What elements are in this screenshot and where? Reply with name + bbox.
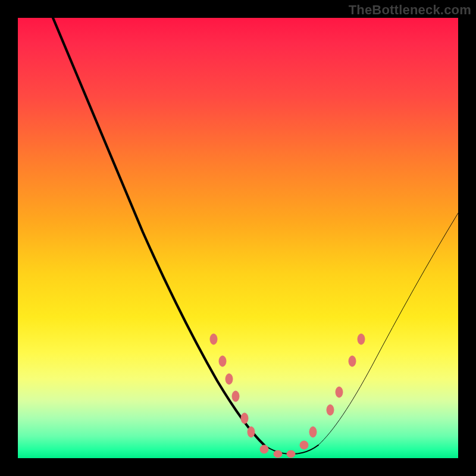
curve-svg [18, 18, 458, 458]
marker-dot [309, 427, 317, 437]
marker-dot [358, 334, 365, 345]
marker-dot [349, 356, 356, 367]
marker-dot [226, 374, 233, 384]
marker-dot [241, 413, 248, 424]
marker-dot [219, 356, 226, 367]
marker-dot [260, 445, 268, 453]
marker-dot [274, 450, 282, 458]
marker-dot [336, 387, 343, 397]
curve-right-arm [318, 213, 458, 445]
marker-dot [232, 391, 239, 402]
marker-dot [327, 405, 334, 415]
marker-group [210, 334, 365, 458]
marker-dot [300, 441, 308, 449]
plot-area [18, 18, 458, 458]
chart-frame: TheBottleneck.com [0, 0, 476, 476]
marker-dot [248, 427, 255, 437]
marker-dot [210, 334, 217, 345]
marker-dot [287, 450, 295, 458]
watermark-text: TheBottleneck.com [349, 2, 471, 18]
